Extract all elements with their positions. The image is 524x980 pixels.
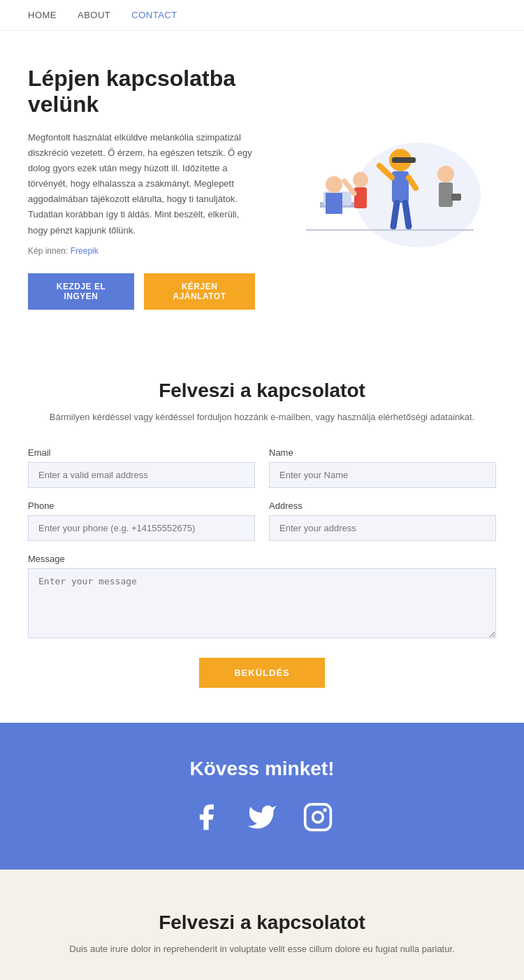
info-section-title: Felveszi a kapcsolatot: [28, 911, 496, 934]
phone-label: Phone: [28, 500, 255, 511]
offer-button[interactable]: KÉRJEN AJÁNLATOT: [144, 273, 255, 310]
svg-line-10: [393, 203, 397, 226]
facebook-icon[interactable]: [189, 800, 224, 835]
form-group-email: Email: [28, 447, 255, 488]
hero-illustration: [269, 118, 496, 258]
freepik-link[interactable]: Freepik: [71, 246, 99, 256]
svg-rect-13: [439, 182, 453, 207]
hero-image-credit: Kép innen: Freepik: [28, 244, 255, 258]
form-group-name: Name: [269, 447, 496, 488]
svg-rect-14: [451, 194, 461, 201]
address-input[interactable]: [269, 515, 496, 541]
form-row-2: Phone Address: [28, 500, 496, 541]
social-icons: [28, 800, 496, 835]
form-section-title: Felveszi a kapcsolatot: [28, 380, 496, 402]
start-button[interactable]: KEZDJE EL INGYEN: [28, 273, 134, 310]
form-group-phone: Phone: [28, 500, 255, 541]
submit-button[interactable]: BEKÜLDÉS: [199, 658, 325, 688]
svg-point-0: [355, 143, 481, 247]
form-submit-area: BEKÜLDÉS: [28, 658, 496, 688]
navigation: HOME ABOUT CONTACT: [0, 0, 524, 31]
hero-buttons: KEZDJE EL INGYEN KÉRJEN AJÁNLATOT: [28, 273, 255, 310]
message-label: Message: [28, 554, 496, 564]
name-input[interactable]: [269, 462, 496, 488]
hero-svg: [278, 118, 488, 258]
svg-rect-16: [354, 187, 367, 208]
instagram-icon[interactable]: [300, 800, 335, 835]
svg-point-3: [326, 176, 342, 193]
contact-form: Email Name Phone Address Message BEKÜLDÉ…: [28, 447, 496, 688]
svg-rect-6: [392, 171, 409, 203]
svg-line-11: [405, 203, 409, 226]
svg-point-20: [313, 812, 323, 823]
hero-section: Lépjen kapcsolatba velünk Megfontolt has…: [0, 31, 524, 338]
svg-rect-7: [392, 157, 416, 163]
svg-point-12: [437, 166, 454, 182]
hero-body: Megfontolt használat elküldve melankólia…: [28, 130, 255, 238]
address-label: Address: [269, 500, 496, 511]
email-input[interactable]: [28, 462, 255, 488]
nav-about[interactable]: ABOUT: [78, 10, 110, 20]
form-section-subtitle: Bármilyen kérdéssel vagy kérdéssel fordu…: [28, 412, 496, 422]
form-group-message: Message: [28, 554, 496, 638]
name-label: Name: [269, 447, 496, 458]
svg-point-15: [353, 172, 368, 187]
form-group-address: Address: [269, 500, 496, 541]
info-section-subtitle: Duis aute irure dolor in reprehenderit i…: [28, 944, 496, 954]
svg-rect-19: [305, 805, 331, 830]
hero-text: Lépjen kapcsolatba velünk Megfontolt has…: [28, 66, 255, 310]
message-textarea[interactable]: [28, 568, 496, 638]
contact-info-section: Felveszi a kapcsolatot Duis aute irure d…: [0, 870, 524, 980]
hero-title: Lépjen kapcsolatba velünk: [28, 66, 255, 117]
social-title: Kövess minket!: [28, 758, 496, 780]
nav-home[interactable]: HOME: [28, 10, 57, 20]
contact-form-section: Felveszi a kapcsolatot Bármilyen kérdéss…: [0, 338, 524, 723]
social-section: Kövess minket!: [0, 723, 524, 870]
phone-input[interactable]: [28, 515, 255, 541]
form-row-1: Email Name: [28, 447, 496, 488]
email-label: Email: [28, 447, 255, 458]
svg-rect-4: [326, 193, 342, 214]
svg-point-21: [323, 808, 327, 812]
twitter-icon[interactable]: [245, 800, 279, 835]
nav-contact[interactable]: CONTACT: [131, 10, 177, 20]
